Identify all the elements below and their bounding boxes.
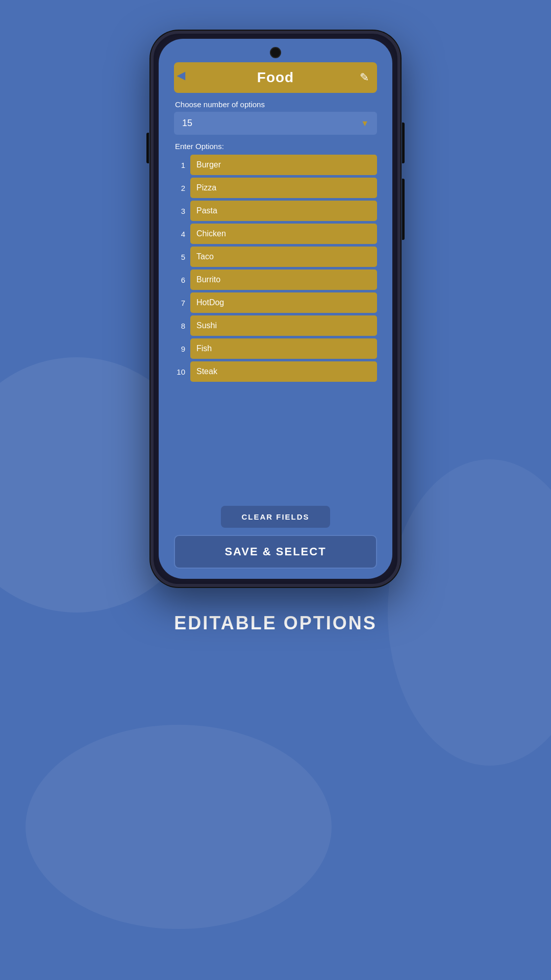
option-number: 3 <box>174 207 185 215</box>
buttons-area: CLEAR FIELDS SAVE & SELECT <box>174 498 377 579</box>
number-value: 15 <box>182 118 192 129</box>
options-container: 12345678910 <box>174 155 377 382</box>
option-input[interactable] <box>190 224 377 244</box>
option-input[interactable] <box>190 247 377 267</box>
option-number: 10 <box>174 368 185 376</box>
choose-number-label: Choose number of options <box>175 100 265 109</box>
list-item: 1 <box>174 155 377 175</box>
list-item: 10 <box>174 361 377 382</box>
option-input[interactable] <box>190 270 377 290</box>
phone-frame: ◄ Food ✎ Choose number of options 15 ▼ E… <box>151 31 400 587</box>
options-list: 12345678910 <box>174 155 377 498</box>
option-number: 2 <box>174 184 185 192</box>
option-number: 5 <box>174 253 185 261</box>
camera-notch <box>271 48 280 57</box>
list-item: 6 <box>174 270 377 290</box>
list-item: 2 <box>174 178 377 198</box>
power-button <box>402 122 405 163</box>
save-select-button[interactable]: SAVE & SELECT <box>174 535 377 569</box>
option-input[interactable] <box>190 338 377 359</box>
list-item: 3 <box>174 201 377 221</box>
option-input[interactable] <box>190 361 377 382</box>
option-input[interactable] <box>190 178 377 198</box>
list-item: 9 <box>174 338 377 359</box>
option-number: 9 <box>174 345 185 353</box>
edit-icon[interactable]: ✎ <box>360 71 369 84</box>
phone-screen: ◄ Food ✎ Choose number of options 15 ▼ E… <box>159 39 392 579</box>
back-button[interactable]: ◄ <box>174 67 188 84</box>
options-label: Enter Options: <box>175 142 224 151</box>
option-number: 8 <box>174 322 185 330</box>
list-item: 5 <box>174 247 377 267</box>
volume-down-button <box>402 179 405 240</box>
phone-device: ◄ Food ✎ Choose number of options 15 ▼ E… <box>151 31 400 587</box>
bottom-label: EDITABLE OPTIONS <box>174 612 377 634</box>
option-input[interactable] <box>190 201 377 221</box>
dropdown-arrow-icon: ▼ <box>361 119 369 128</box>
option-number: 7 <box>174 299 185 307</box>
number-dropdown[interactable]: 15 ▼ <box>174 112 377 135</box>
option-input[interactable] <box>190 292 377 313</box>
option-number: 6 <box>174 276 185 284</box>
option-input[interactable] <box>190 155 377 175</box>
option-input[interactable] <box>190 315 377 336</box>
list-item: 4 <box>174 224 377 244</box>
option-number: 1 <box>174 161 185 169</box>
option-number: 4 <box>174 230 185 238</box>
clear-fields-button[interactable]: CLEAR FIELDS <box>221 506 330 528</box>
list-item: 8 <box>174 315 377 336</box>
list-item: 7 <box>174 292 377 313</box>
title-bar: Food ✎ <box>174 62 377 93</box>
page-title: Food <box>257 69 294 86</box>
volume-button <box>146 133 149 163</box>
screen-content: Food ✎ Choose number of options 15 ▼ Ent… <box>159 62 392 579</box>
